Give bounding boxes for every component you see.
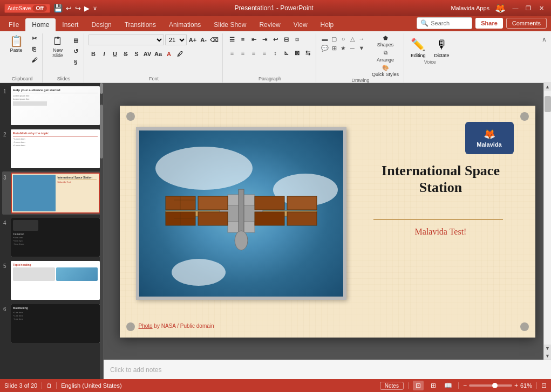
- tab-help[interactable]: Help: [314, 18, 341, 31]
- highlight-button[interactable]: 🖊: [175, 49, 185, 59]
- smart-art-button[interactable]: ⊠: [292, 48, 302, 58]
- scroll-more-down[interactable]: ▼: [544, 352, 552, 360]
- change-case-button[interactable]: Aa: [153, 49, 163, 59]
- zoom-slider[interactable]: [469, 384, 512, 387]
- slide-thumb-5[interactable]: 5 Topic heading: [2, 260, 101, 301]
- char-spacing-button[interactable]: AV: [142, 49, 152, 59]
- tab-design[interactable]: Design: [85, 18, 118, 31]
- slide-thumb-4[interactable]: 4 Cameron • Item one • Item two • Item t…: [2, 217, 101, 258]
- quick-styles-button[interactable]: 🎨 Quick Styles: [370, 64, 400, 78]
- editing-button[interactable]: ✏️ Editing: [407, 37, 429, 59]
- notes-button[interactable]: Notes: [380, 382, 404, 390]
- new-slide-button[interactable]: 🗒 NewSlide: [47, 33, 69, 60]
- minimize-button[interactable]: —: [510, 4, 521, 12]
- slide-title[interactable]: International Space Station: [363, 162, 519, 196]
- tab-animations[interactable]: Animations: [162, 18, 207, 31]
- underline-button[interactable]: U: [110, 49, 120, 59]
- normal-view-button[interactable]: ⊡: [413, 381, 424, 390]
- bullet-list-button[interactable]: ☰: [227, 35, 237, 44]
- strikethrough-button[interactable]: S: [121, 49, 131, 59]
- shape-rect[interactable]: ▬: [321, 35, 329, 43]
- convert-button[interactable]: ⇆: [303, 48, 312, 58]
- tab-home[interactable]: Home: [25, 18, 56, 31]
- tab-transitions[interactable]: Transitions: [118, 18, 162, 31]
- scroll-thumb[interactable]: [545, 96, 551, 112]
- reading-view-button[interactable]: 📖: [443, 381, 454, 390]
- justify-button[interactable]: ≡: [260, 48, 269, 58]
- font-color-button[interactable]: A: [164, 49, 174, 59]
- customize-icon[interactable]: ∨: [93, 5, 97, 12]
- notes-bar[interactable]: Click to add notes: [104, 360, 551, 379]
- slide-thumb-3[interactable]: 3 International Space Station Malavida T…: [2, 171, 101, 215]
- scroll-down-arrow[interactable]: ▼: [544, 345, 552, 352]
- slide-thumb-2[interactable]: 2 Establish why the topic • Lorem item •…: [2, 128, 101, 169]
- decrease-font-button[interactable]: A-: [199, 35, 208, 45]
- undo-icon[interactable]: ↩: [66, 4, 72, 12]
- close-button[interactable]: ✕: [536, 4, 547, 12]
- shape-down[interactable]: ▼: [357, 44, 366, 52]
- shape-callout[interactable]: 💬: [321, 44, 329, 52]
- comments-button[interactable]: Comments: [506, 18, 547, 29]
- shape-round-rect[interactable]: ▢: [330, 35, 338, 43]
- scroll-up-arrow[interactable]: ▲: [544, 83, 552, 91]
- shapes-button[interactable]: ⬟ Shapes: [370, 35, 400, 48]
- tab-insert[interactable]: Insert: [56, 18, 85, 31]
- ribbon-collapse-button[interactable]: ∧: [540, 33, 549, 45]
- increase-font-button[interactable]: A+: [188, 35, 198, 45]
- cut-button[interactable]: ✂: [29, 33, 39, 43]
- photo-credit-link[interactable]: Photo: [139, 323, 153, 329]
- shape-triangle[interactable]: △: [348, 35, 357, 43]
- search-input[interactable]: [431, 20, 468, 26]
- zoom-out-button[interactable]: −: [463, 382, 467, 389]
- slide-subtitle[interactable]: Malavida Test!: [363, 227, 519, 237]
- align-center-button[interactable]: ≡: [238, 48, 248, 58]
- arrange-button[interactable]: ⧉ Arrange: [370, 49, 400, 63]
- shape-star[interactable]: ★: [339, 44, 348, 52]
- columns-button[interactable]: ⊟: [281, 35, 291, 44]
- clear-format-button[interactable]: ⌫: [209, 35, 219, 45]
- format-painter-button[interactable]: 🖌: [29, 55, 39, 65]
- presentation-icon[interactable]: ▶: [84, 4, 90, 12]
- tab-review[interactable]: Review: [253, 18, 287, 31]
- slide-panel-scroll-thumb[interactable]: [100, 105, 103, 159]
- autosave-toggle[interactable]: Off: [32, 5, 46, 12]
- shape-oval[interactable]: ○: [339, 35, 348, 43]
- tab-view[interactable]: View: [287, 18, 314, 31]
- dictate-button[interactable]: 🎙 Dictate: [431, 37, 453, 59]
- slide-main[interactable]: 🦊 Malavida International Space Station M…: [120, 106, 535, 338]
- zoom-in-button[interactable]: +: [514, 382, 518, 389]
- rtl-button[interactable]: ↩: [270, 35, 280, 44]
- section-button[interactable]: §: [71, 57, 80, 67]
- reset-button[interactable]: ↺: [71, 46, 80, 56]
- shape-line[interactable]: ─: [348, 44, 357, 52]
- align-left-button[interactable]: ≡: [227, 48, 237, 58]
- numbered-list-button[interactable]: ≡: [238, 35, 248, 44]
- tab-file[interactable]: File: [2, 18, 25, 31]
- bold-button[interactable]: B: [89, 49, 98, 59]
- slide-panel-scroll-up[interactable]: [100, 83, 103, 94]
- italic-button[interactable]: I: [99, 49, 109, 59]
- font-size-select[interactable]: 21: [165, 35, 187, 45]
- shape-arrow-right[interactable]: →: [357, 35, 366, 43]
- line-spacing-button[interactable]: ↕: [270, 48, 280, 58]
- expand-para[interactable]: ⊡: [292, 35, 302, 44]
- copy-button[interactable]: ⎘: [29, 44, 39, 54]
- search-box[interactable]: 🔍: [417, 17, 472, 29]
- slide-thumb-1[interactable]: 1 Help your audience get started Lorem i…: [2, 85, 101, 126]
- slide-thumb-6[interactable]: 6 Maintaining • Line item • Line item • …: [2, 303, 101, 344]
- slide-sorter-button[interactable]: ⊞: [428, 381, 439, 390]
- indent-dec-button[interactable]: ⇤: [249, 35, 259, 44]
- zoom-level[interactable]: 61%: [520, 382, 532, 389]
- slide-panel[interactable]: 1 Help your audience get started Lorem i…: [0, 83, 104, 379]
- save-icon[interactable]: 💾: [53, 4, 63, 12]
- text-direction-button[interactable]: ⊾: [281, 48, 291, 58]
- restore-button[interactable]: ❐: [523, 4, 534, 12]
- shape-more[interactable]: ⊞: [330, 44, 338, 52]
- paste-button[interactable]: 📋 Paste: [5, 33, 27, 55]
- align-right-button[interactable]: ≡: [249, 48, 259, 58]
- fit-to-window-button[interactable]: ⊡: [541, 382, 547, 389]
- indent-inc-button[interactable]: ⇥: [260, 35, 269, 44]
- font-name-select[interactable]: [89, 35, 164, 45]
- redo-icon[interactable]: ↪: [75, 4, 81, 12]
- tab-slideshow[interactable]: Slide Show: [207, 18, 253, 31]
